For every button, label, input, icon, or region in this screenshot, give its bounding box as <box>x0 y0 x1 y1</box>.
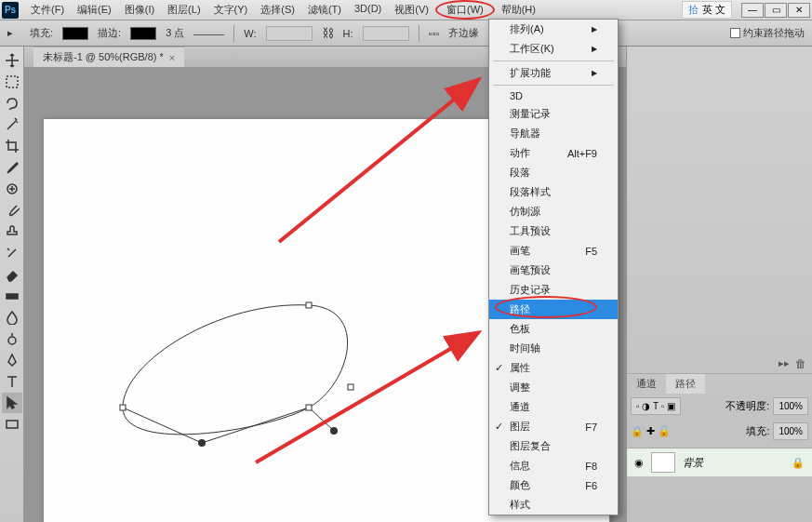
rectangle-tool[interactable] <box>2 414 22 435</box>
menu-item-label: 通道 <box>510 400 530 414</box>
menu-item-actions[interactable]: 动作Alt+F9 <box>489 143 618 163</box>
paths-panel: 通道 路径 ▫ ◑ T ▫ ▣ 不透明度: 100% 🔒 ✚ 🔓 填充: 100… <box>627 374 812 448</box>
gradient-tool[interactable] <box>2 286 22 306</box>
menu-type[interactable]: 文字(Y) <box>207 0 255 20</box>
menu-item-timeline[interactable]: 时间轴 <box>489 339 618 358</box>
menu-item-label: 样式 <box>510 498 530 512</box>
height-field[interactable] <box>363 26 409 41</box>
checkbox-icon <box>730 28 740 38</box>
ime-indicator[interactable]: 拾 英 文 <box>682 1 732 19</box>
close-doc-icon[interactable]: × <box>169 52 175 63</box>
menu-item-info[interactable]: 信息F8 <box>489 456 618 475</box>
eraser-tool[interactable] <box>2 264 22 285</box>
stroke-style[interactable]: ——— <box>193 28 224 39</box>
menu-item-clonesource[interactable]: 仿制源 <box>489 202 618 221</box>
constrain-checkbox[interactable]: 约束路径拖动 <box>730 26 805 40</box>
menu-item-properties[interactable]: 属性✓ <box>489 358 618 378</box>
type-tool[interactable] <box>2 371 22 392</box>
doc-tab[interactable]: 未标题-1 @ 50%(RGB/8) * × <box>33 47 184 67</box>
menu-item-paths[interactable]: 路径 <box>489 300 618 319</box>
fill-value[interactable]: 100% <box>773 422 808 440</box>
visibility-icon[interactable]: ◉ <box>634 457 644 469</box>
lock-icons[interactable]: 🔒 ✚ 🔓 <box>631 425 671 437</box>
spot-heal-tool[interactable] <box>2 179 22 199</box>
menu-item-toolpresets[interactable]: 工具预设 <box>489 221 618 241</box>
menu-help[interactable]: 帮助(H) <box>495 0 542 20</box>
pen-tool[interactable] <box>2 350 22 370</box>
menu-shortcut: Alt+F9 <box>567 148 597 159</box>
path-selection-tool[interactable] <box>2 393 22 413</box>
blur-tool[interactable] <box>2 307 22 328</box>
stroke-swatch[interactable] <box>130 27 156 40</box>
dodge-tool[interactable] <box>2 328 22 349</box>
menu-select[interactable]: 选择(S) <box>254 0 301 20</box>
fill-swatch[interactable] <box>62 27 88 40</box>
menu-window[interactable]: 窗口(W) <box>435 0 495 20</box>
menu-item-styles[interactable]: 样式 <box>489 495 618 515</box>
layer-background[interactable]: ◉ 背景 🔒 <box>627 448 812 476</box>
tab-channels[interactable]: 通道 <box>627 374 666 394</box>
menu-item-navigator[interactable]: 导航器 <box>489 124 618 143</box>
check-icon: ✓ <box>495 421 503 433</box>
svg-point-10 <box>330 427 338 435</box>
move-tool[interactable] <box>2 50 22 71</box>
history-brush-tool[interactable] <box>2 243 22 263</box>
menu-edit[interactable]: 编辑(E) <box>71 0 118 20</box>
menu-item-extensions[interactable]: 扩展功能▶ <box>489 63 618 83</box>
menu-item-label: 图层 <box>510 420 530 434</box>
menu-layer[interactable]: 图层(L) <box>161 0 206 20</box>
eyedropper-tool[interactable] <box>2 157 22 178</box>
menu-item-history[interactable]: 历史记录 <box>489 280 618 300</box>
menu-file[interactable]: 文件(F) <box>24 0 71 20</box>
menu-image[interactable]: 图像(I) <box>118 0 161 20</box>
menu-item-adjustments[interactable]: 调整 <box>489 378 618 397</box>
menu-item-label: 属性 <box>510 361 530 375</box>
delete-icon[interactable]: 🗑 <box>795 357 806 370</box>
brush-tool[interactable] <box>2 200 22 221</box>
wand-tool[interactable] <box>2 114 22 135</box>
path-selection-icon[interactable]: ▸ <box>7 27 20 40</box>
close-button[interactable]: ✕ <box>788 3 810 18</box>
menu-item-channels[interactable]: 通道 <box>489 397 618 417</box>
menu-item-brushpresets[interactable]: 画笔预设 <box>489 261 618 280</box>
menu-item-arrange[interactable]: 排列(A)▶ <box>489 20 618 39</box>
crop-tool[interactable] <box>2 136 22 156</box>
collapse-panel-icon[interactable]: ▸▸ <box>779 357 790 369</box>
menu-item-label: 画笔预设 <box>510 263 551 277</box>
stroke-label: 描边: <box>98 26 121 40</box>
menu-shortcut: F8 <box>585 461 597 472</box>
panel-strip: ▸▸ 🗑 <box>627 354 812 374</box>
chain-icon[interactable]: ⛓ <box>322 26 334 40</box>
lasso-tool[interactable] <box>2 93 22 114</box>
menu-item-color[interactable]: 颜色F6 <box>489 475 618 495</box>
menu-separator <box>493 60 614 61</box>
submenu-arrow-icon: ▶ <box>592 25 597 33</box>
opacity-value[interactable]: 100% <box>773 397 808 415</box>
menu-item-parastyles[interactable]: 段落样式 <box>489 182 618 202</box>
align-buttons[interactable]: ▫▫▫ <box>429 28 440 39</box>
minimize-button[interactable]: — <box>741 3 764 18</box>
menu-3d[interactable]: 3D(D) <box>348 0 388 20</box>
filter-kind[interactable]: ▫ ◑ T ▫ ▣ <box>631 397 681 415</box>
menu-view[interactable]: 视图(V) <box>388 0 435 20</box>
marquee-tool[interactable] <box>2 72 22 92</box>
svg-point-9 <box>198 439 206 447</box>
svg-rect-4 <box>7 421 18 428</box>
menu-item-label: 工具预设 <box>510 224 551 238</box>
stamp-tool[interactable] <box>2 221 22 242</box>
menu-item-brush[interactable]: 画笔F5 <box>489 241 618 261</box>
menu-item-paragraph[interactable]: 段落 <box>489 163 618 182</box>
tab-paths[interactable]: 路径 <box>666 374 705 394</box>
options-bar: ▸ 填充: 描边: 3 点 ——— W: ⛓ H: ▫▫▫ 齐边缘 约束路径拖动 <box>0 20 812 47</box>
menu-item-measurement[interactable]: 测量记录 <box>489 104 618 124</box>
menu-filter[interactable]: 滤镜(T) <box>301 0 348 20</box>
maximize-button[interactable]: ▭ <box>765 3 787 18</box>
menu-item-layers[interactable]: 图层✓F7 <box>489 417 618 436</box>
width-field[interactable] <box>266 26 313 41</box>
menu-item-workspace[interactable]: 工作区(K)▶ <box>489 39 618 59</box>
menu-item-swatches[interactable]: 色板 <box>489 319 618 339</box>
menu-item-layercomps[interactable]: 图层复合 <box>489 436 618 456</box>
menu-shortcut: F5 <box>585 246 597 257</box>
stroke-width[interactable]: 3 点 <box>166 26 184 40</box>
menu-item-3d[interactable]: 3D <box>489 87 618 104</box>
